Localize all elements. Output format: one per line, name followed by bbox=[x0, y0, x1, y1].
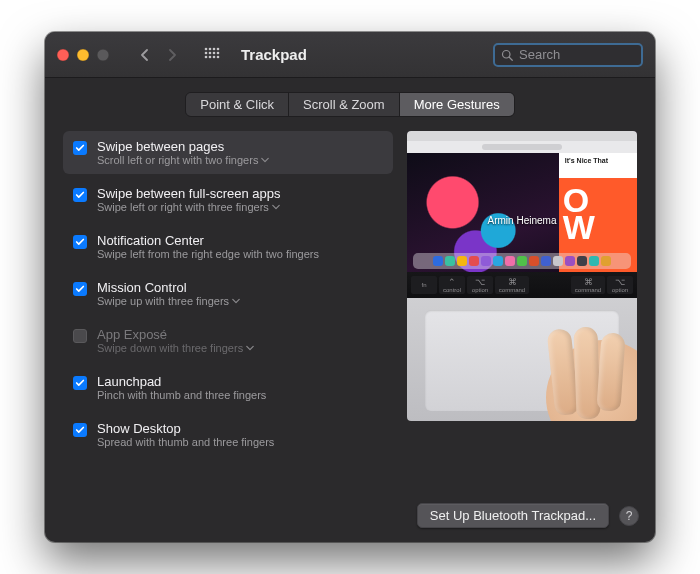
gesture-title: App Exposé bbox=[97, 327, 254, 342]
dock-app-icon bbox=[481, 256, 491, 266]
back-button[interactable] bbox=[131, 44, 157, 66]
chevron-down-icon bbox=[261, 154, 269, 166]
gesture-title: Launchpad bbox=[97, 374, 266, 389]
gesture-list: Swipe between pagesScroll left or right … bbox=[63, 131, 393, 489]
gesture-checkbox[interactable] bbox=[73, 282, 87, 296]
tab-bar: Point & ClickScroll & ZoomMore Gestures bbox=[45, 92, 655, 117]
gesture-subtitle[interactable]: Swipe up with three fingers bbox=[97, 295, 240, 307]
setup-bluetooth-trackpad-button[interactable]: Set Up Bluetooth Trackpad... bbox=[417, 503, 609, 528]
preview-hand bbox=[521, 315, 637, 421]
preview-dock bbox=[413, 253, 631, 269]
dock-app-icon bbox=[493, 256, 503, 266]
gesture-title: Swipe between pages bbox=[97, 139, 269, 154]
chevron-down-icon bbox=[246, 342, 254, 354]
preview-menubar bbox=[407, 131, 637, 141]
gesture-title: Notification Center bbox=[97, 233, 319, 248]
svg-point-3 bbox=[217, 47, 220, 50]
preview-screen: It's Nice That OW Armin Heinema bbox=[407, 131, 637, 272]
dock-app-icon bbox=[541, 256, 551, 266]
preview-side-tag: It's Nice That bbox=[565, 157, 608, 164]
gesture-checkbox[interactable] bbox=[73, 235, 87, 249]
preview-caption: Armin Heinema bbox=[488, 215, 557, 226]
dock-app-icon bbox=[553, 256, 563, 266]
gesture-subtitle[interactable]: Scroll left or right with two fingers bbox=[97, 154, 269, 166]
gesture-subtitle: Pinch with thumb and three fingers bbox=[97, 389, 266, 401]
svg-point-6 bbox=[213, 51, 216, 54]
dock-app-icon bbox=[505, 256, 515, 266]
gesture-row-swipe-between-full-screen-apps[interactable]: Swipe between full-screen appsSwipe left… bbox=[63, 178, 393, 221]
tab-more-gestures[interactable]: More Gestures bbox=[400, 93, 514, 116]
preview-browser-toolbar bbox=[407, 141, 637, 153]
gesture-subtitle[interactable]: Swipe down with three fingers bbox=[97, 342, 254, 354]
gesture-subtitle: Spread with thumb and three fingers bbox=[97, 436, 274, 448]
chevron-down-icon bbox=[272, 201, 280, 213]
gesture-checkbox[interactable] bbox=[73, 329, 87, 343]
gesture-row-launchpad[interactable]: LaunchpadPinch with thumb and three fing… bbox=[63, 366, 393, 409]
svg-point-8 bbox=[205, 55, 208, 58]
dock-app-icon bbox=[565, 256, 575, 266]
gesture-row-mission-control[interactable]: Mission ControlSwipe up with three finge… bbox=[63, 272, 393, 315]
titlebar: Trackpad Search bbox=[45, 32, 655, 78]
dock-app-icon bbox=[517, 256, 527, 266]
svg-point-0 bbox=[205, 47, 208, 50]
gesture-checkbox[interactable] bbox=[73, 376, 87, 390]
gesture-preview: It's Nice That OW Armin Heinema fn ⌃cont… bbox=[407, 131, 637, 421]
gesture-title: Swipe between full-screen apps bbox=[97, 186, 281, 201]
svg-point-10 bbox=[213, 55, 216, 58]
content-area: Swipe between pagesScroll left or right … bbox=[45, 117, 655, 495]
close-window-icon[interactable] bbox=[57, 49, 69, 61]
gesture-checkbox[interactable] bbox=[73, 423, 87, 437]
search-placeholder: Search bbox=[519, 47, 560, 62]
preferences-window: Trackpad Search Point & ClickScroll & Zo… bbox=[45, 32, 655, 542]
search-icon bbox=[501, 49, 513, 61]
dock-app-icon bbox=[601, 256, 611, 266]
gesture-checkbox[interactable] bbox=[73, 141, 87, 155]
svg-point-4 bbox=[205, 51, 208, 54]
svg-point-9 bbox=[209, 55, 212, 58]
gesture-checkbox[interactable] bbox=[73, 188, 87, 202]
dock-app-icon bbox=[445, 256, 455, 266]
gesture-row-show-desktop[interactable]: Show DesktopSpread with thumb and three … bbox=[63, 413, 393, 456]
dock-app-icon bbox=[469, 256, 479, 266]
tab-scroll-zoom[interactable]: Scroll & Zoom bbox=[289, 93, 400, 116]
gesture-subtitle[interactable]: Swipe left or right with three fingers bbox=[97, 201, 281, 213]
svg-point-5 bbox=[209, 51, 212, 54]
footer: Set Up Bluetooth Trackpad... ? bbox=[45, 495, 655, 542]
gesture-row-swipe-between-pages[interactable]: Swipe between pagesScroll left or right … bbox=[63, 131, 393, 174]
show-all-icon[interactable] bbox=[201, 44, 223, 66]
gesture-title: Show Desktop bbox=[97, 421, 274, 436]
nav-buttons bbox=[131, 44, 185, 66]
minimize-window-icon[interactable] bbox=[77, 49, 89, 61]
search-field[interactable]: Search bbox=[493, 43, 643, 67]
dock-app-icon bbox=[529, 256, 539, 266]
gesture-title: Mission Control bbox=[97, 280, 240, 295]
help-button[interactable]: ? bbox=[619, 506, 639, 526]
svg-point-11 bbox=[217, 55, 220, 58]
forward-button[interactable] bbox=[159, 44, 185, 66]
preview-side-text: OW bbox=[563, 187, 595, 241]
preview-keyboard: fn ⌃control ⌥option ⌘command ⌘command ⌥o… bbox=[407, 272, 637, 298]
dock-app-icon bbox=[433, 256, 443, 266]
zoom-window-icon bbox=[97, 49, 109, 61]
svg-point-2 bbox=[213, 47, 216, 50]
svg-point-7 bbox=[217, 51, 220, 54]
gesture-subtitle: Swipe left from the right edge with two … bbox=[97, 248, 319, 260]
preview-trackpad bbox=[407, 298, 637, 421]
gesture-row-app-expos[interactable]: App ExposéSwipe down with three fingers bbox=[63, 319, 393, 362]
dock-app-icon bbox=[589, 256, 599, 266]
gesture-row-notification-center[interactable]: Notification CenterSwipe left from the r… bbox=[63, 225, 393, 268]
dock-app-icon bbox=[457, 256, 467, 266]
tab-point-click[interactable]: Point & Click bbox=[186, 93, 289, 116]
svg-point-1 bbox=[209, 47, 212, 50]
page-title: Trackpad bbox=[241, 46, 307, 63]
chevron-down-icon bbox=[232, 295, 240, 307]
traffic-lights bbox=[57, 49, 109, 61]
dock-app-icon bbox=[577, 256, 587, 266]
